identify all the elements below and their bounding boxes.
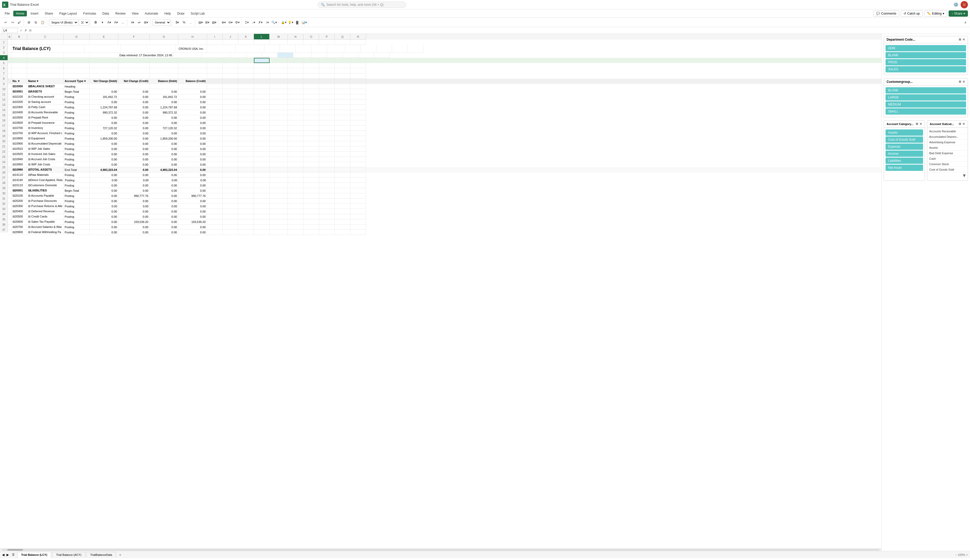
table-row[interactable]: ⊟14140 ⊟Direct Cost Applied, Reta Postin… (8, 178, 881, 183)
cell-reference-input[interactable] (2, 28, 18, 33)
formula-input[interactable] (33, 28, 968, 33)
subcat-scroll-down[interactable]: ▼ (962, 173, 967, 178)
table-row[interactable]: ⊟20200 ⊟ Purchase Discounts Posting 0.00… (8, 198, 881, 204)
search-box[interactable]: 🔍 Search for tools, help, and more (Alt … (318, 2, 406, 8)
font-color-btn[interactable]: A▾ (113, 19, 119, 25)
table-row[interactable]: ⊟10990 ⊟TOTAL ASSETS End-Total 4,983,323… (8, 167, 881, 172)
table-row[interactable]: ⊟20700 ⊟ Accrued Salaries & Wac Posting … (8, 225, 881, 230)
font-select[interactable]: Segoe UI (Body) (49, 19, 78, 25)
row-2[interactable]: 2 (0, 45, 8, 50)
menu-home[interactable]: Home (13, 11, 27, 17)
sum-btn[interactable]: Σ▾ (244, 19, 250, 25)
row-8[interactable]: 8 (0, 76, 8, 81)
format-btn[interactable]: ⚙▾ (234, 19, 240, 25)
acsubcat-filter-icon[interactable]: ⚙ (958, 122, 962, 126)
border-btn[interactable]: ▾ (99, 19, 105, 25)
col-header-m[interactable]: M (269, 34, 288, 40)
paste-btn[interactable]: 📋 (39, 19, 46, 25)
accat-item-income[interactable]: Income (886, 150, 923, 157)
row-37[interactable]: 37 (0, 227, 8, 232)
table-row[interactable]: ⊟20100 ⊟ Accounts Payable Posting 0.00 9… (8, 193, 881, 198)
row-1[interactable]: 1 (0, 40, 8, 45)
row-29[interactable]: 29 (0, 185, 8, 191)
row-22[interactable]: 22 (0, 149, 8, 154)
col-header-o[interactable]: O (303, 34, 319, 40)
table-row[interactable]: ⊟15110 ⊟Customers Domestic Posting 0.00 … (8, 183, 881, 188)
row-27[interactable]: 27 (0, 175, 8, 180)
table-row[interactable]: ⊟10940 ⊟ Accrued Job Costs Posting 0.00 … (8, 157, 881, 162)
accat-filter-icon[interactable]: ⚙ (915, 122, 918, 126)
cust-filter-icon[interactable]: ⚙ (958, 80, 962, 83)
table-row[interactable]: ⊟10900 ⊟ Accumulated Depreciati Posting … (8, 141, 881, 147)
next-sheet-btn[interactable]: ▶ (7, 553, 9, 557)
tab-trial-balance-lcy[interactable]: Trial Balance (LCY) (17, 552, 51, 558)
row-35[interactable]: 35 (0, 217, 8, 222)
cust-item-small[interactable]: SMALL (886, 108, 966, 115)
menu-draw[interactable]: Draw (174, 11, 187, 17)
clear-btn[interactable]: ✗▾ (257, 19, 264, 25)
tab-trial-balance-acy[interactable]: Trial Balance (ACY) (52, 552, 85, 557)
table-row[interactable]: ⊟10950 ⊟ WIP Job Costs Posting 0.00 0.00… (8, 162, 881, 167)
row-15[interactable]: 15 (0, 113, 8, 118)
table-row[interactable]: ⊟14110 ⊟Raw Materials Posting 0.00 0.00 … (8, 172, 881, 178)
expand-ribbon-btn[interactable]: ∧ (962, 19, 968, 25)
table-row[interactable]: ⊟10200 ⊟ Saving account Posting 0.00 0.0… (8, 100, 881, 105)
table-row[interactable]: ⊟10001 ⊟ASSETS Begin-Total 0.00 0.00 0.0… (8, 89, 881, 94)
color-scale-btn[interactable]: ▓ (294, 19, 300, 25)
table-row[interactable]: ⊟10100 ⊟ Checking account Posting 181,84… (8, 94, 881, 100)
comments-button[interactable]: 💬 Comments (873, 10, 899, 17)
dept-item-prod[interactable]: PROD (886, 59, 966, 65)
row-7[interactable]: 7 (0, 71, 8, 76)
dept-close-icon[interactable]: ✕ (962, 38, 965, 42)
row-19[interactable]: 19 (0, 133, 8, 138)
row-20[interactable]: 20 (0, 138, 8, 144)
menu-page-layout[interactable]: Page Layout (57, 11, 79, 17)
align-left-btn[interactable]: ≡▾ (129, 19, 135, 25)
subcat-item-commonstock[interactable]: Common Stock (927, 162, 968, 167)
col-header-e[interactable]: E (90, 34, 118, 40)
delete-btn[interactable]: ⊖▾ (227, 19, 234, 25)
col-header-b[interactable]: B (12, 34, 27, 40)
dollar-btn[interactable]: $▾ (174, 19, 181, 25)
dept-filter-icon[interactable]: ⚙ (958, 38, 962, 42)
row-16[interactable]: 16 (0, 118, 8, 123)
row-4[interactable]: 4 (0, 55, 8, 60)
dept-item-blank[interactable]: BLANK (886, 52, 966, 58)
row-3[interactable]: 3 (0, 50, 8, 55)
cell-ref-btn[interactable]: ⊞ (26, 19, 32, 25)
row-34[interactable]: 34 (0, 212, 8, 217)
col-header-i[interactable]: I (207, 34, 222, 40)
merge-btn[interactable]: ⊞▾ (143, 19, 149, 25)
row-30[interactable]: 30 (0, 191, 8, 196)
ideas-btn[interactable]: 💡▾ (287, 19, 294, 25)
editing-button[interactable]: ✏️ Editing ▾ (924, 10, 947, 17)
dept-item-sales[interactable]: SALES (886, 66, 966, 72)
fill-btn[interactable]: ↓▾ (251, 19, 257, 25)
col-header-a[interactable]: A (8, 34, 12, 40)
row-14[interactable]: 14 (0, 107, 8, 113)
col-header-d[interactable]: D (64, 34, 90, 40)
font-size-select[interactable]: 10 (79, 19, 89, 25)
col-header-c[interactable]: C (27, 34, 64, 40)
redo-btn[interactable]: ↪ (9, 19, 16, 25)
menu-automate[interactable]: Automate (142, 11, 161, 17)
row-13[interactable]: 13 (0, 102, 8, 107)
table-row[interactable]: ⊟10400 ⊟ Accounts Receivable Posting 990… (8, 110, 881, 115)
sort-btn[interactable]: ↕▾ (264, 19, 270, 25)
zoom-out-btn[interactable]: − (955, 553, 957, 557)
table-row[interactable]: ⊟20400 ⊟ Deferred Revenue Posting 0.00 0… (8, 209, 881, 214)
paint-btn[interactable]: 🖌 (16, 19, 22, 25)
percent-btn[interactable]: % (181, 19, 187, 25)
subcat-item-ar[interactable]: Accounts Receivable (927, 129, 968, 134)
accat-item-netasset[interactable]: Net Asset (886, 165, 923, 171)
table-row[interactable]: ⊟20500 ⊟ Credit Cards Posting 0.00 0.00 … (8, 214, 881, 219)
menu-view[interactable]: View (129, 11, 141, 17)
wrap-btn[interactable]: ⇌ (136, 19, 142, 25)
row-31[interactable]: 31 (0, 196, 8, 201)
accat-item-liabilities[interactable]: Liabilities (886, 158, 923, 164)
accat-item-expense[interactable]: Expense (886, 143, 923, 150)
table-row[interactable]: ⊟20001 ⊟LIABILITIES Begin-Total 0.00 0.0… (8, 188, 881, 193)
row-12[interactable]: 12 (0, 97, 8, 102)
subcat-item-assets[interactable]: Assets (927, 145, 968, 150)
col-header-f[interactable]: F (118, 34, 150, 40)
